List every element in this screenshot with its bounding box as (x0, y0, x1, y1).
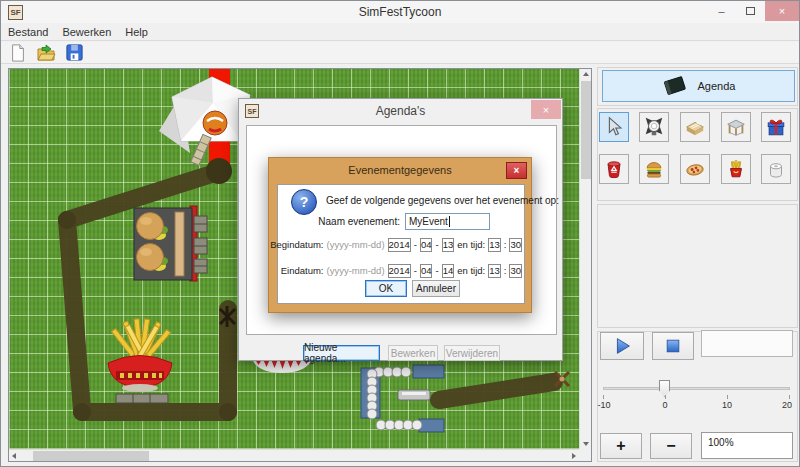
zoom-out-button[interactable]: − (650, 433, 692, 459)
minimize-button[interactable]: – (707, 1, 736, 21)
text-caret (449, 216, 450, 227)
scroll-left-icon[interactable] (12, 453, 16, 459)
event-instruction: Geef de volgende gegevens over het evene… (326, 195, 559, 206)
tick-0: 0 (662, 400, 667, 410)
start-date-format: (yyyy-mm-dd) (327, 239, 385, 250)
event-name-input[interactable]: MyEvent (405, 213, 490, 230)
tick-10: 10 (722, 400, 732, 410)
scroll-right-icon[interactable] (572, 453, 576, 459)
agendas-dialog-titlebar[interactable]: Agenda's (239, 99, 562, 123)
fries-stand (108, 319, 172, 392)
end-month-input[interactable]: 04 (420, 264, 433, 278)
spotlight-icon (643, 116, 665, 138)
new-agenda-button[interactable]: Nieuwe agenda... (303, 345, 380, 361)
scroll-up-icon[interactable] (583, 72, 589, 76)
stop-button[interactable] (652, 332, 694, 360)
window-titlebar[interactable]: SF SimFestTycoon – × (1, 1, 799, 23)
tool-trashcan-button[interactable] (599, 154, 629, 184)
edit-agenda-button[interactable]: Bewerken (388, 345, 438, 361)
end-date-format: (yyyy-mm-dd) (327, 265, 385, 276)
open-file-button[interactable] (35, 43, 57, 63)
scroll-down-icon[interactable] (583, 442, 589, 446)
gift-icon (765, 116, 787, 138)
horizontal-scroll-thumb[interactable] (33, 451, 149, 461)
play-button[interactable] (600, 332, 644, 360)
start-hour-input[interactable]: 13 (488, 238, 501, 252)
speed-slider-track[interactable] (603, 387, 790, 390)
simfesttycoon-window: SF SimFestTycoon – × Bestand Bewerken He… (0, 0, 800, 467)
burger-stall (134, 206, 197, 281)
agenda-book-icon (662, 75, 688, 97)
cursor-icon (603, 116, 625, 138)
end-date-label: Eindatum: (281, 265, 324, 276)
vertical-scroll-thumb[interactable] (581, 81, 591, 179)
picnic-benches (194, 216, 207, 273)
start-year-input[interactable]: 2014 (388, 238, 411, 252)
help-icon: ? (291, 189, 317, 215)
agendas-dialog-close-button[interactable]: × (531, 100, 561, 119)
agendas-dialog-icon: SF (245, 104, 259, 118)
status-box (701, 330, 793, 357)
event-dialog-body: ? Geef de volgende gegevens over het eve… (277, 184, 525, 304)
scrollbar-corner (579, 449, 591, 461)
end-day-input[interactable]: 14 (442, 264, 455, 278)
maximize-button[interactable] (736, 1, 765, 21)
play-icon (611, 335, 633, 357)
toilet-roll-icon (765, 158, 787, 180)
end-hour-input[interactable]: 13 (488, 264, 501, 278)
fries-bench (116, 394, 168, 403)
start-month-input[interactable]: 04 (420, 238, 433, 252)
new-file-button[interactable] (7, 43, 29, 63)
tool-stage-button[interactable] (680, 112, 710, 142)
burger-icon (643, 158, 665, 180)
ok-button[interactable]: OK (365, 280, 407, 297)
menubar: Bestand Bewerken Help (1, 23, 799, 41)
close-button[interactable]: × (765, 1, 799, 21)
end-time-label: en tijd: (457, 265, 485, 276)
tool-burger-button[interactable] (639, 154, 669, 184)
event-dialog-titlebar[interactable]: Evenementgegevens (269, 158, 531, 184)
tool-fries-button[interactable] (721, 154, 751, 184)
cancel-button[interactable]: Annuleer (412, 280, 460, 297)
start-day-input[interactable]: 13 (442, 238, 455, 252)
tool-cursor-button[interactable] (599, 112, 629, 142)
event-name-label: Naam evenement: (318, 216, 400, 227)
tool-pizza-button[interactable] (680, 154, 710, 184)
zoom-level-field[interactable]: 100% (701, 432, 793, 459)
map-vertical-scrollbar[interactable] (579, 69, 591, 449)
tool-toilet-roll-button[interactable] (761, 154, 791, 184)
start-time-label: en tijd: (457, 239, 485, 250)
start-date-label: Begindatum: (270, 239, 323, 250)
striped-awning (253, 359, 311, 373)
map-horizontal-scrollbar[interactable] (9, 449, 579, 461)
menu-bestand[interactable]: Bestand (1, 25, 55, 39)
window-title: SimFestTycoon (1, 1, 799, 23)
stop-icon (663, 336, 683, 356)
save-floppy-icon (65, 43, 84, 62)
agenda-button[interactable]: Agenda (602, 70, 795, 102)
delete-agenda-button[interactable]: Verwijderen (444, 345, 500, 361)
menu-help[interactable]: Help (118, 25, 155, 39)
end-date-row: Eindatum: (yyyy-mm-dd) 2014 - 04 - 14 en… (284, 263, 522, 278)
open-folder-icon (36, 43, 56, 63)
menu-bewerken[interactable]: Bewerken (55, 25, 118, 39)
end-year-input[interactable]: 2014 (388, 264, 411, 278)
tool-gift-button[interactable] (761, 112, 791, 142)
maximize-icon (746, 7, 755, 15)
new-document-icon (9, 43, 27, 63)
event-dialog-close-button[interactable]: × (506, 162, 527, 179)
end-minute-input[interactable]: 30 (509, 264, 522, 278)
path-node (206, 158, 232, 184)
tick-20: 20 (782, 400, 792, 410)
truss-icon (725, 116, 747, 138)
tool-spotlight-button[interactable] (639, 112, 669, 142)
tool-truss-button[interactable] (721, 112, 751, 142)
zoom-in-button[interactable]: + (600, 433, 642, 459)
info-panel (597, 204, 798, 328)
start-minute-input[interactable]: 30 (509, 238, 522, 252)
toolbar (1, 42, 799, 64)
save-file-button[interactable] (63, 43, 85, 63)
agenda-button-label: Agenda (698, 80, 736, 92)
trashcan-icon (603, 158, 625, 180)
event-data-dialog: Evenementgegevens × ? Geef de volgende g… (268, 157, 532, 313)
